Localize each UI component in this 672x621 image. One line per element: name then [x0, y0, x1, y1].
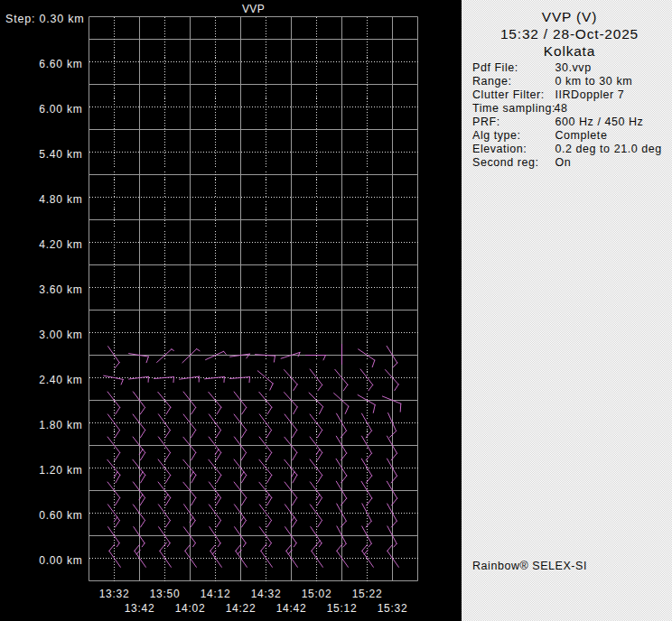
svg-text:15:22: 15:22	[352, 588, 383, 600]
svg-text:Pdf File:: Pdf File:	[472, 61, 518, 74]
svg-text:4.80 km: 4.80 km	[39, 193, 82, 206]
svg-text:Alg type:: Alg type:	[472, 129, 521, 142]
svg-text:6.00 km: 6.00 km	[39, 103, 82, 116]
svg-text:14:12: 14:12	[201, 588, 231, 600]
svg-text:1.80 km: 1.80 km	[39, 419, 82, 431]
svg-text:15:32 / 28-Oct-2025: 15:32 / 28-Oct-2025	[500, 26, 639, 42]
svg-text:0.60 km: 0.60 km	[39, 509, 82, 522]
svg-text:Rainbow® SELEX-SI: Rainbow® SELEX-SI	[472, 560, 587, 572]
svg-text:6.60 km: 6.60 km	[39, 58, 82, 70]
svg-text:4.20 km: 4.20 km	[39, 238, 82, 251]
svg-text:30.vvp: 30.vvp	[555, 61, 592, 74]
svg-text:Time sampling:: Time sampling:	[472, 102, 555, 115]
svg-text:3.00 km: 3.00 km	[39, 329, 82, 341]
svg-text:0 km to 30 km: 0 km to 30 km	[555, 75, 633, 88]
svg-text:Complete: Complete	[555, 129, 608, 142]
svg-text:2.40 km: 2.40 km	[39, 374, 82, 386]
svg-text:48: 48	[555, 102, 568, 115]
svg-text:IIRDoppler 7: IIRDoppler 7	[555, 88, 625, 101]
svg-text:0.00 km: 0.00 km	[39, 554, 82, 567]
svg-text:15:32: 15:32	[378, 602, 408, 615]
svg-text:Step: 0.30 km: Step: 0.30 km	[5, 13, 85, 25]
svg-text:Clutter Filter:: Clutter Filter:	[472, 88, 545, 101]
svg-text:14:32: 14:32	[251, 588, 282, 600]
svg-text:13:50: 13:50	[150, 588, 181, 600]
svg-text:3.60 km: 3.60 km	[39, 283, 82, 296]
svg-text:On: On	[555, 156, 572, 169]
svg-text:14:02: 14:02	[175, 602, 206, 615]
svg-text:13:32: 13:32	[99, 588, 130, 600]
svg-text:15:12: 15:12	[327, 602, 358, 615]
svg-text:5.40 km: 5.40 km	[39, 148, 82, 161]
svg-text:VVP: VVP	[242, 3, 265, 15]
svg-text:Range:: Range:	[472, 75, 512, 88]
svg-text:1.20 km: 1.20 km	[39, 464, 82, 477]
svg-text:PRF:: PRF:	[472, 116, 500, 128]
svg-text:14:22: 14:22	[226, 602, 257, 615]
svg-text:0.2 deg to 21.0 deg: 0.2 deg to 21.0 deg	[555, 143, 662, 155]
svg-text:600 Hz / 450 Hz: 600 Hz / 450 Hz	[555, 116, 644, 128]
svg-text:15:02: 15:02	[302, 588, 332, 600]
svg-text:13:42: 13:42	[125, 602, 155, 615]
svg-text:14:42: 14:42	[276, 602, 307, 615]
svg-text:VVP (V): VVP (V)	[542, 9, 597, 24]
svg-text:Kolkata: Kolkata	[544, 43, 595, 59]
svg-text:Elevation:: Elevation:	[472, 143, 527, 155]
svg-text:Second reg:: Second reg:	[472, 156, 538, 169]
